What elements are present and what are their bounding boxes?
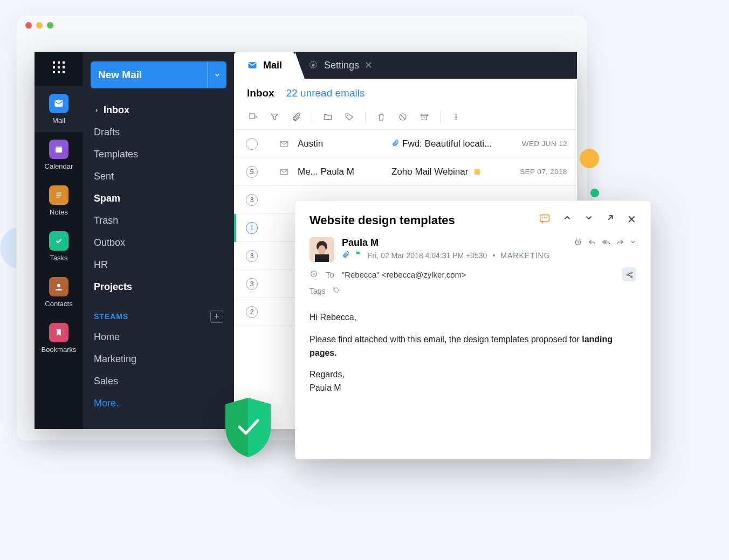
folder-label: Templates: [94, 149, 138, 160]
reply-icon[interactable]: [588, 238, 596, 248]
popout-icon[interactable]: [606, 213, 615, 227]
list-toolbar: [234, 108, 577, 130]
add-tag-icon[interactable]: [332, 286, 341, 296]
mail-row[interactable]: AustinFwd: Beautiful locati...WED JUN 12: [234, 130, 577, 158]
attachment-icon[interactable]: [342, 251, 349, 260]
more-icon[interactable]: [450, 111, 462, 123]
svg-point-30: [311, 271, 317, 276]
mail-from: Austin: [298, 139, 384, 149]
spam-icon[interactable]: [397, 111, 409, 123]
mail-date: WED JUN 12: [522, 140, 567, 148]
thread-count-badge: 5: [246, 166, 258, 178]
streams-header: STEAMS: [94, 312, 128, 321]
tab-strip: Mail Settings ✕: [234, 52, 577, 79]
security-shield-icon: [221, 396, 275, 459]
add-stream-button[interactable]: +: [210, 310, 223, 323]
archive-icon[interactable]: [418, 111, 430, 123]
select-all-checkbox[interactable]: [247, 111, 259, 123]
delete-icon[interactable]: [375, 111, 387, 123]
minimize-light[interactable]: [36, 22, 43, 29]
mail-date: SEP 07, 2018: [520, 168, 567, 176]
svg-rect-14: [421, 114, 428, 116]
prev-icon[interactable]: [562, 213, 572, 227]
close-preview-icon[interactable]: ✕: [627, 213, 636, 227]
mail-row[interactable]: 5Me... Paula MZoho Mail WebinarSEP 07, 2…: [234, 158, 577, 186]
svg-line-13: [401, 115, 405, 120]
svg-rect-20: [280, 169, 288, 174]
stream-sales[interactable]: Sales: [91, 370, 226, 392]
mail-icon: [49, 94, 68, 113]
stream-label: Marketing: [94, 354, 136, 365]
reminder-icon[interactable]: [574, 238, 582, 248]
folder-label: Drafts: [94, 127, 120, 138]
body-line: Please find attached with this email, th…: [310, 333, 636, 360]
folder-label: Projects: [94, 281, 132, 293]
stream-marketing[interactable]: Marketing: [91, 348, 226, 370]
chat-icon[interactable]: [539, 213, 551, 227]
svg-point-18: [456, 119, 457, 120]
rail-label: Bookmarks: [41, 345, 76, 354]
svg-rect-2: [56, 147, 62, 148]
folder-hr[interactable]: HR: [91, 254, 226, 276]
close-tab-icon[interactable]: ✕: [364, 59, 373, 71]
folder-drafts[interactable]: Drafts: [91, 121, 226, 143]
mail-subject: Fwd: Beautiful locati...: [391, 139, 514, 149]
close-light[interactable]: [25, 22, 32, 29]
rail-item-bookmarks[interactable]: Bookmarks: [35, 315, 83, 361]
envelope-icon: [278, 138, 290, 150]
mail-body: Hi Rebecca, Please find attached with th…: [310, 311, 636, 395]
folder-label: Trash: [94, 215, 118, 226]
new-mail-label: New Mail: [98, 69, 142, 81]
tab-settings[interactable]: Settings ✕: [295, 52, 386, 79]
rail-item-notes[interactable]: Notes: [35, 178, 83, 224]
svg-point-36: [334, 288, 335, 289]
folder-spam[interactable]: Spam: [91, 188, 226, 210]
flag-icon[interactable]: [355, 251, 362, 260]
folder-trash[interactable]: Trash: [91, 210, 226, 232]
rail-label: Notes: [50, 208, 68, 216]
svg-point-17: [456, 116, 457, 117]
tab-mail[interactable]: Mail: [234, 52, 295, 79]
stream-more[interactable]: More..: [91, 392, 226, 414]
dot-sep: •: [492, 251, 495, 260]
unread-count[interactable]: 22 unread emails: [286, 87, 365, 99]
chevron-down-icon[interactable]: [207, 61, 226, 88]
stream-home[interactable]: Home: [91, 326, 226, 348]
move-folder-icon[interactable]: [322, 111, 334, 123]
folder-sent[interactable]: Sent: [91, 165, 226, 188]
stream-label: More..: [94, 398, 121, 409]
folder-inbox[interactable]: Inbox: [91, 99, 226, 121]
app-switcher-icon[interactable]: [53, 61, 65, 73]
expand-recipients-icon[interactable]: [310, 269, 318, 280]
divider: [365, 111, 366, 123]
thread-count-badge: [246, 138, 258, 150]
svg-point-23: [544, 217, 545, 218]
new-mail-button[interactable]: New Mail: [91, 61, 226, 88]
tags-label: Tags: [310, 287, 326, 295]
svg-line-35: [628, 275, 631, 276]
decorative-circle-yellow: [580, 149, 599, 168]
folder-templates[interactable]: Templates: [91, 143, 226, 165]
reply-all-icon[interactable]: [602, 238, 610, 248]
maximize-light[interactable]: [47, 22, 53, 29]
attachment-filter-icon[interactable]: [290, 111, 302, 123]
svg-point-27: [318, 245, 326, 255]
forward-icon[interactable]: [616, 238, 624, 248]
thread-count-badge: 3: [246, 250, 258, 262]
rail-item-calendar[interactable]: Calendar: [35, 132, 83, 178]
rail-item-contacts[interactable]: Contacts: [35, 269, 83, 315]
share-icon[interactable]: [622, 267, 636, 281]
folder-outbox[interactable]: Outbox: [91, 232, 226, 254]
next-icon[interactable]: [584, 213, 594, 227]
tasks-icon: [49, 231, 68, 251]
rail-item-tasks[interactable]: Tasks: [35, 224, 83, 269]
folder-projects[interactable]: Projects: [91, 276, 226, 298]
divider: [312, 111, 312, 123]
tag-icon[interactable]: [343, 111, 355, 123]
notes-icon: [49, 185, 68, 205]
svg-marker-10: [271, 114, 278, 120]
tab-label: Mail: [263, 60, 282, 71]
more-actions-icon[interactable]: [630, 238, 636, 248]
rail-item-mail[interactable]: Mail: [35, 86, 83, 132]
filter-icon[interactable]: [269, 111, 280, 123]
